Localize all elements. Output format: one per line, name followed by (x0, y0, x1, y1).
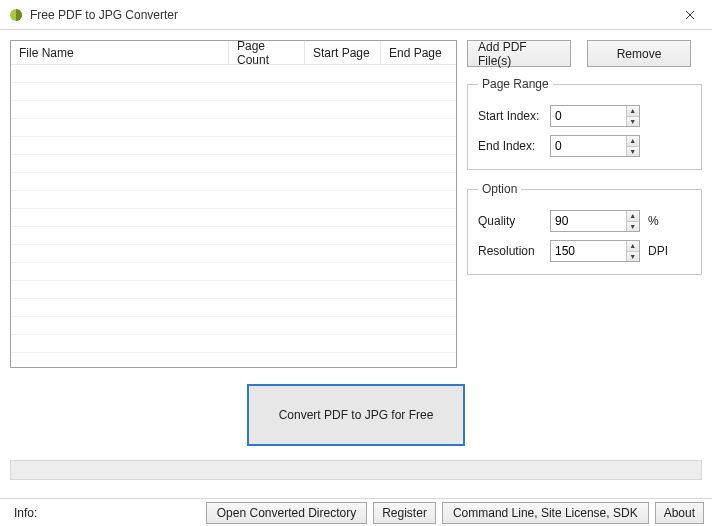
spin-down-icon[interactable]: ▼ (627, 147, 639, 157)
table-row (11, 173, 456, 191)
resolution-input[interactable] (551, 241, 626, 261)
spin-down-icon[interactable]: ▼ (627, 222, 639, 232)
quality-label: Quality (478, 214, 550, 228)
table-row (11, 119, 456, 137)
status-bar (10, 460, 702, 480)
table-row (11, 299, 456, 317)
table-row (11, 155, 456, 173)
end-index-input[interactable] (551, 136, 626, 156)
table-row (11, 281, 456, 299)
table-row (11, 227, 456, 245)
col-end-page[interactable]: End Page (381, 41, 456, 64)
close-button[interactable] (667, 0, 712, 30)
col-page-count[interactable]: Page Count (229, 41, 305, 64)
table-row (11, 245, 456, 263)
footer: Info: Open Converted Directory Register … (0, 498, 712, 526)
info-label: Info: (8, 506, 37, 520)
option-legend: Option (478, 182, 521, 196)
spin-down-icon[interactable]: ▼ (627, 117, 639, 127)
quality-spinner[interactable]: ▲ ▼ (550, 210, 640, 232)
file-table[interactable]: File Name Page Count Start Page End Page (10, 40, 457, 368)
window-title: Free PDF to JPG Converter (30, 8, 178, 22)
quality-input[interactable] (551, 211, 626, 231)
table-row (11, 335, 456, 353)
spin-down-icon[interactable]: ▼ (627, 252, 639, 262)
register-button[interactable]: Register (373, 502, 436, 524)
remove-button[interactable]: Remove (587, 40, 691, 67)
convert-button[interactable]: Convert PDF to JPG for Free (247, 384, 465, 446)
col-start-page[interactable]: Start Page (305, 41, 381, 64)
app-icon (8, 7, 24, 23)
start-index-input[interactable] (551, 106, 626, 126)
col-file-name[interactable]: File Name (11, 41, 229, 64)
table-row (11, 209, 456, 227)
open-directory-button[interactable]: Open Converted Directory (206, 502, 367, 524)
page-range-legend: Page Range (478, 77, 553, 91)
cmdline-button[interactable]: Command Line, Site License, SDK (442, 502, 649, 524)
about-button[interactable]: About (655, 502, 704, 524)
table-row (11, 263, 456, 281)
option-group: Option Quality ▲ ▼ % Resolution ▲ (467, 182, 702, 275)
table-row (11, 191, 456, 209)
spin-up-icon[interactable]: ▲ (627, 241, 639, 252)
table-row (11, 137, 456, 155)
titlebar: Free PDF to JPG Converter (0, 0, 712, 30)
close-icon (685, 10, 695, 20)
table-header: File Name Page Count Start Page End Page (11, 41, 456, 65)
spin-up-icon[interactable]: ▲ (627, 106, 639, 117)
resolution-unit: DPI (648, 244, 668, 258)
start-index-label: Start Index: (478, 109, 550, 123)
quality-unit: % (648, 214, 659, 228)
table-row (11, 317, 456, 335)
table-row (11, 101, 456, 119)
add-pdf-button[interactable]: Add PDF File(s) (467, 40, 571, 67)
spin-up-icon[interactable]: ▲ (627, 211, 639, 222)
table-body (11, 65, 456, 353)
resolution-spinner[interactable]: ▲ ▼ (550, 240, 640, 262)
table-row (11, 65, 456, 83)
page-range-group: Page Range Start Index: ▲ ▼ End Index: ▲ (467, 77, 702, 170)
table-row (11, 83, 456, 101)
spin-up-icon[interactable]: ▲ (627, 136, 639, 147)
end-index-label: End Index: (478, 139, 550, 153)
resolution-label: Resolution (478, 244, 550, 258)
end-index-spinner[interactable]: ▲ ▼ (550, 135, 640, 157)
start-index-spinner[interactable]: ▲ ▼ (550, 105, 640, 127)
